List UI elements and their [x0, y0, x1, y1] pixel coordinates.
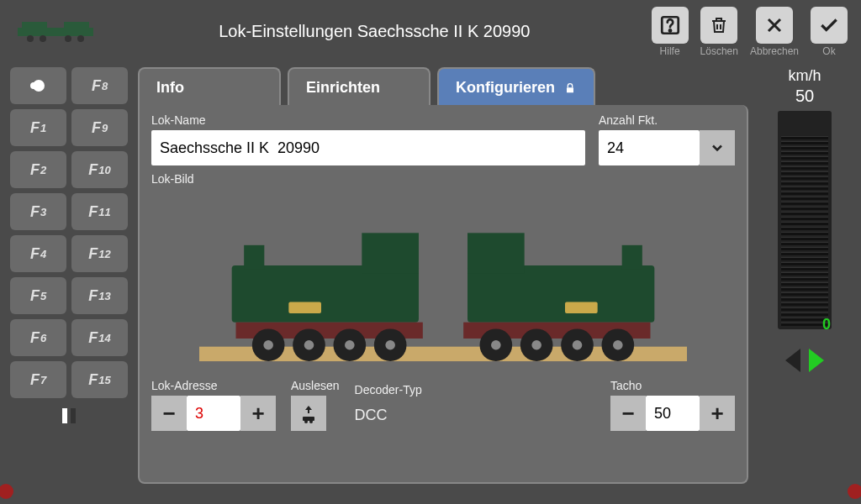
ok-button[interactable] [811, 7, 848, 44]
chevron-down-icon[interactable] [700, 130, 735, 165]
fn-button-f13[interactable]: F13 [71, 277, 128, 314]
tacho-label: Tacho [610, 379, 735, 392]
svg-point-22 [385, 340, 395, 350]
function-grid: F8 F1 F9 F2 F10 F3 F11 F4 F12 F5 F13 F6 … [10, 67, 128, 398]
lokname-input[interactable] [151, 130, 585, 165]
close-icon [764, 15, 784, 35]
fn-button-f14[interactable]: F14 [71, 319, 128, 356]
svg-point-16 [263, 340, 273, 350]
svg-rect-24 [303, 417, 314, 421]
fn-button-f9[interactable]: F9 [71, 109, 128, 146]
svg-rect-1 [22, 22, 47, 32]
read-button[interactable] [291, 396, 326, 431]
trash-icon [709, 15, 729, 35]
page-dot-active [62, 408, 67, 423]
delete-label: Löschen [700, 45, 738, 57]
tacho-input[interactable] [646, 396, 700, 431]
svg-rect-23 [288, 302, 321, 314]
svg-rect-12 [362, 233, 419, 273]
address-label: Lok-Adresse [151, 379, 276, 392]
function-panel: F8 F1 F9 F2 F10 F3 F11 F4 F12 F5 F13 F6 … [10, 67, 128, 484]
tacho-plus-button[interactable]: + [700, 396, 735, 431]
svg-point-25 [304, 420, 308, 423]
help-icon [659, 14, 681, 36]
address-stepper: − + [151, 396, 276, 431]
tab-config-label: Konfigurieren [456, 79, 555, 97]
speed-zero: 0 [822, 316, 831, 333]
svg-rect-9 [567, 87, 573, 92]
tab-info-label: Info [156, 79, 184, 97]
logo [13, 13, 98, 47]
tab-bar: Info Einrichten Konfigurieren [138, 67, 748, 107]
direction-arrows [785, 349, 824, 372]
fn-button-f11[interactable]: F11 [71, 193, 128, 230]
direction-right-button[interactable] [809, 349, 824, 372]
speed-panel: km/h 50 document.write(Array.from({lengt… [758, 67, 851, 484]
address-input[interactable] [187, 396, 240, 431]
lok-image[interactable] [151, 189, 735, 374]
svg-rect-2 [64, 22, 89, 32]
header: Lok-Einstellungen Saechssche II K 20990 … [0, 0, 861, 67]
svg-point-4 [40, 35, 46, 42]
lokbild-label: Lok-Bild [151, 172, 735, 186]
fktcount-label: Anzahl Fkt. [599, 113, 735, 127]
tacho-minus-button[interactable]: − [610, 396, 646, 431]
decorative-dot [848, 484, 861, 499]
page-dot [71, 408, 76, 423]
svg-rect-13 [244, 245, 264, 270]
decoder-value: DCC [355, 400, 422, 431]
fn-button-f12[interactable]: F12 [71, 235, 128, 272]
help-button[interactable] [652, 7, 689, 44]
tab-config[interactable]: Konfigurieren [437, 67, 595, 107]
svg-point-18 [304, 340, 314, 350]
svg-point-3 [27, 35, 34, 42]
fn-button-f7[interactable]: F7 [10, 361, 66, 398]
read-icon [298, 403, 319, 423]
lock-icon [563, 81, 577, 95]
speed-slider[interactable]: document.write(Array.from({length:38}).m… [778, 111, 832, 329]
fn-button-f5[interactable]: F5 [10, 277, 66, 314]
svg-point-6 [77, 35, 84, 42]
fn-button-light[interactable] [10, 67, 66, 104]
direction-left-button[interactable] [785, 349, 800, 372]
page-indicator [10, 408, 128, 423]
delete-button[interactable] [700, 7, 737, 44]
svg-point-20 [345, 340, 355, 350]
read-label: Auslesen [291, 379, 340, 392]
locomotive-icon [199, 206, 687, 374]
tab-content: Lok-Name Anzahl Fkt. Lok-Bild [138, 105, 748, 484]
fn-button-f4[interactable]: F4 [10, 235, 66, 272]
fn-button-f1[interactable]: F1 [10, 109, 66, 146]
header-buttons: Hilfe Löschen Abbrechen Ok [652, 7, 848, 57]
page-title: Lok-Einstellungen Saechssche II K 20990 [98, 22, 652, 41]
svg-point-5 [65, 35, 71, 42]
fktcount-select[interactable] [599, 130, 735, 165]
tacho-stepper: − + [610, 396, 735, 431]
center-panel: Info Einrichten Konfigurieren Lok-Name A… [138, 67, 748, 484]
fktcount-value[interactable] [599, 130, 700, 165]
tab-setup[interactable]: Einrichten [288, 67, 430, 107]
svg-rect-11 [232, 265, 419, 323]
cancel-button[interactable] [756, 7, 793, 44]
svg-point-8 [668, 29, 670, 31]
tab-setup-label: Einrichten [306, 79, 380, 97]
fn-button-f6[interactable]: F6 [10, 319, 66, 356]
main: F8 F1 F9 F2 F10 F3 F11 F4 F12 F5 F13 F6 … [0, 67, 861, 494]
decoder-label: Decoder-Typ [355, 383, 422, 396]
check-icon [818, 14, 840, 36]
lokname-label: Lok-Name [151, 113, 585, 127]
fn-button-f10[interactable]: F10 [71, 151, 128, 188]
ok-label: Ok [822, 45, 835, 57]
address-minus-button[interactable]: − [151, 396, 187, 431]
speed-unit: km/h [788, 67, 821, 85]
address-plus-button[interactable]: + [240, 396, 276, 431]
help-label: Hilfe [660, 45, 680, 57]
speed-value: 50 [795, 87, 814, 106]
fn-button-f8[interactable]: F8 [71, 67, 128, 104]
svg-point-26 [309, 420, 313, 423]
fn-button-f15[interactable]: F15 [71, 361, 128, 398]
fn-button-f3[interactable]: F3 [10, 193, 66, 230]
cancel-label: Abbrechen [750, 45, 799, 57]
tab-info[interactable]: Info [138, 67, 281, 107]
fn-button-f2[interactable]: F2 [10, 151, 66, 188]
